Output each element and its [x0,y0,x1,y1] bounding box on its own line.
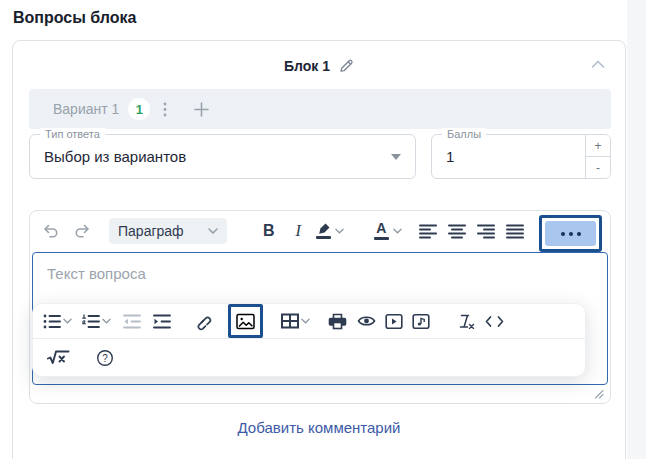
paragraph-style-select[interactable]: Параграф [109,218,227,244]
page-right-gutter [627,0,646,459]
font-color-button[interactable]: A [374,222,402,240]
popup-toolbar-row-1 [33,304,585,338]
chevron-down-icon [335,228,344,234]
points-label: Баллы [442,128,486,141]
chevron-down-icon [393,228,402,234]
insert-video-icon[interactable] [385,313,403,330]
clear-formatting-icon[interactable] [456,314,475,329]
marker-pen-icon [316,223,331,234]
align-center-icon[interactable] [448,224,466,239]
answer-type-value: Выбор из вариантов [44,148,383,165]
question-settings-row: Тип ответа Выбор из вариантов Баллы 1 + … [29,134,611,179]
link-icon[interactable] [193,312,212,331]
variant-count-badge: 1 [128,98,150,120]
points-value: 1 [446,148,585,165]
numbered-list-icon[interactable] [82,314,100,329]
help-icon[interactable]: ? [96,349,114,367]
code-icon[interactable] [485,314,504,329]
question-editor: Параграф B I [29,210,611,404]
block-title: Блок 1 [284,58,330,74]
table-icon[interactable] [281,313,299,329]
variant-tab[interactable]: Вариант 1 1 [53,98,150,120]
align-right-icon[interactable] [477,224,495,239]
align-justify-icon[interactable] [506,224,524,239]
paragraph-style-value: Параграф [118,223,184,239]
add-comment-link[interactable]: Добавить комментарий [238,419,401,436]
bold-button[interactable]: B [263,222,275,240]
highlight-color-bar [316,236,331,239]
svg-text:?: ? [102,352,108,363]
chevron-down-icon[interactable] [102,318,111,324]
outdent-icon[interactable] [123,314,141,329]
block-card: Блок 1 Вариант 1 1 [12,40,626,459]
font-color-bar [374,237,389,240]
resize-handle-icon[interactable] [594,389,604,399]
more-tools-button[interactable] [539,215,602,252]
insert-audio-icon[interactable] [412,313,430,330]
font-color-letter: A [376,222,386,235]
collapse-block-icon[interactable] [591,60,605,69]
insert-image-button[interactable] [228,304,263,338]
chevron-down-icon[interactable] [301,318,310,324]
variant-tab-label: Вариант 1 [53,101,119,117]
dropdown-arrow-icon [391,154,401,160]
print-icon[interactable] [328,313,347,330]
page-title: Вопросы блока [13,9,136,27]
chevron-down-icon[interactable] [63,318,72,324]
align-left-icon[interactable] [419,224,437,239]
answer-type-select[interactable]: Тип ответа Выбор из вариантов [29,134,416,179]
editor-toolbar: Параграф B I [30,211,610,251]
points-decrement-button[interactable]: - [586,157,610,178]
points-stepper: + - [585,135,610,178]
chevron-down-icon [208,228,218,234]
preview-eye-icon[interactable] [357,314,376,328]
redo-icon[interactable] [73,222,91,240]
block-header: Блок 1 [13,57,625,75]
highlight-color-button[interactable] [316,223,344,239]
undo-icon[interactable] [42,222,60,240]
popup-toolbar-row-2: ? [33,339,585,376]
page: Вопросы блока Блок 1 Вариант 1 1 [0,0,646,459]
comment-row: Добавить комментарий [13,419,625,437]
points-increment-button[interactable]: + [586,135,610,157]
variant-bar: Вариант 1 1 [29,89,611,129]
formula-icon[interactable] [47,350,70,365]
variant-menu-icon[interactable] [163,102,167,117]
ellipsis-icon [545,221,596,246]
answer-type-label: Тип ответа [40,128,105,141]
question-text-placeholder: Текст вопроса [47,265,146,282]
editor-more-tools-popup: ? [32,303,586,377]
italic-button[interactable]: I [296,222,301,240]
image-icon [236,313,255,330]
edit-block-name-icon[interactable] [338,58,354,74]
add-variant-icon[interactable] [194,102,209,117]
bullet-list-icon[interactable] [43,314,61,329]
points-field[interactable]: Баллы 1 + - [431,134,611,179]
indent-icon[interactable] [153,314,171,329]
